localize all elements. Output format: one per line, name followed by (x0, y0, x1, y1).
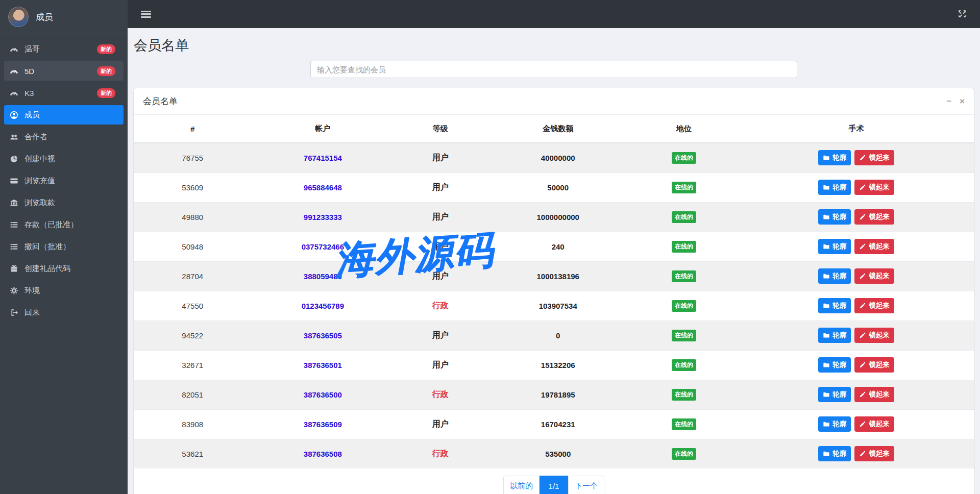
sidebar-item-存款（已批准）[interactable]: 存款（已批准） (4, 215, 124, 234)
lock-button[interactable]: 锁起来 (854, 298, 894, 313)
main-content: 会员名单 会员名单 − × # 帐户 等级 金钱数额 地位 手术 (128, 28, 980, 494)
table-row: 32671 387636501 用户 15132206 在线的 轮廓 锁起来 (134, 350, 974, 380)
list-icon (9, 242, 18, 251)
amount-value: 1000138196 (536, 272, 579, 281)
account-link[interactable]: 991233333 (304, 213, 342, 221)
fullscreen-expand-icon[interactable] (958, 9, 968, 19)
sidebar-item-创建中视[interactable]: 创建中视 (4, 149, 124, 168)
amount-value: 40000000 (541, 154, 575, 162)
pagination: 以前的 1/1 下一个 (134, 468, 974, 494)
account-link[interactable]: 387636500 (304, 390, 342, 399)
status-badge: 在线的 (672, 448, 696, 460)
sidebar-item-回来[interactable]: 回来 (4, 303, 124, 322)
minimize-icon[interactable]: − (946, 97, 951, 106)
level-label: 用户 (432, 153, 449, 162)
level-label: 用户 (432, 271, 449, 280)
sidebar-item-创建礼品代码[interactable]: 创建礼品代码 (4, 259, 124, 278)
lock-button[interactable]: 锁起来 (854, 180, 894, 195)
amount-value: 15132206 (541, 361, 575, 369)
profile-button[interactable]: 轮廓 (818, 209, 851, 225)
account-link[interactable]: 0123456789 (302, 302, 344, 310)
lock-button[interactable]: 锁起来 (854, 150, 894, 165)
level-label: 行政 (432, 301, 449, 310)
account-link[interactable]: 387636508 (304, 450, 342, 458)
lock-button[interactable]: 锁起来 (854, 239, 894, 254)
account-link[interactable]: 387636509 (304, 420, 342, 429)
credit-card-icon (9, 176, 18, 185)
sidebar-item-label: 5D (24, 67, 91, 76)
profile-button[interactable]: 轮廓 (818, 239, 851, 254)
cell-id: 76755 (134, 143, 251, 172)
profile-button[interactable]: 轮廓 (818, 416, 851, 432)
table-row: 53621 387636508 行政 535000 在线的 轮廓 锁起来 (134, 439, 974, 468)
user-circle-icon (9, 110, 18, 119)
sidebar-item-环境[interactable]: 环境 (4, 281, 124, 300)
sidebar-item-label: K3 (24, 89, 91, 97)
lock-button[interactable]: 锁起来 (854, 416, 894, 432)
sidebar-brand: 成员 (0, 0, 128, 34)
sidebar: 成员 温哥 新的 5D 新的 K3 新的 成员 合作者 创建中视 浏览充值 (0, 0, 128, 494)
level-label: 行政 (432, 449, 449, 458)
sidebar-nav: 温哥 新的 5D 新的 K3 新的 成员 合作者 创建中视 浏览充值 浏览取款 (0, 39, 128, 322)
col-header-id: # (134, 115, 251, 143)
account-link[interactable]: 965884648 (304, 183, 342, 192)
profile-button[interactable]: 轮廓 (818, 298, 851, 313)
status-badge: 在线的 (672, 418, 696, 430)
table-row: 49880 991233333 用户 1000000000 在线的 轮廓 锁起来 (134, 202, 974, 232)
pencil-icon (859, 273, 866, 280)
profile-button[interactable]: 轮廓 (818, 446, 851, 461)
amount-value: 103907534 (539, 302, 577, 310)
lock-button[interactable]: 锁起来 (854, 328, 894, 343)
level-label: 用户 (432, 183, 449, 191)
pencil-icon (859, 450, 866, 457)
hamburger-menu-icon[interactable] (141, 11, 151, 18)
new-badge: 新的 (97, 66, 115, 76)
sidebar-item-K3[interactable]: K3 新的 (4, 83, 124, 103)
sidebar-item-成员[interactable]: 成员 (4, 105, 124, 125)
cell-id: 83908 (134, 409, 251, 439)
folder-icon (823, 184, 830, 191)
member-search-input[interactable] (310, 61, 797, 78)
sign-out-icon (9, 308, 18, 317)
profile-button[interactable]: 轮廓 (818, 268, 851, 284)
table-row: 82051 387636500 行政 19781895 在线的 轮廓 锁起来 (134, 380, 974, 409)
lock-button[interactable]: 锁起来 (854, 209, 894, 225)
sidebar-item-合作者[interactable]: 合作者 (4, 127, 124, 146)
tachometer-icon (9, 44, 18, 54)
profile-button[interactable]: 轮廓 (818, 357, 851, 373)
user-avatar[interactable] (8, 7, 29, 27)
status-badge: 在线的 (672, 211, 696, 223)
sidebar-item-撤回（批准）[interactable]: 撤回（批准） (4, 237, 124, 256)
amount-value: 240 (552, 242, 565, 251)
sidebar-item-浏览充值[interactable]: 浏览充值 (4, 171, 124, 190)
folder-icon (823, 450, 830, 457)
sidebar-item-label: 存款（已批准） (24, 220, 118, 230)
sidebar-item-5D[interactable]: 5D 新的 (4, 61, 124, 81)
new-badge: 新的 (97, 88, 115, 98)
card-title: 会员名单 (143, 95, 178, 107)
lock-button[interactable]: 锁起来 (854, 268, 894, 284)
sidebar-item-label: 成员 (24, 110, 118, 120)
profile-button[interactable]: 轮廓 (818, 180, 851, 195)
sidebar-item-浏览取款[interactable]: 浏览取款 (4, 193, 124, 212)
close-icon[interactable]: × (960, 97, 965, 106)
lock-button[interactable]: 锁起来 (854, 357, 894, 373)
pagination-next-button[interactable]: 下一个 (568, 476, 604, 494)
lock-button[interactable]: 锁起来 (854, 446, 894, 461)
page-title: 会员名单 (134, 36, 980, 55)
account-link[interactable]: 387636501 (304, 361, 342, 369)
account-link[interactable]: 388059480 (304, 272, 342, 281)
account-link[interactable]: 0375732466 (302, 242, 344, 251)
sidebar-item-温哥[interactable]: 温哥 新的 (4, 39, 124, 59)
account-link[interactable]: 387636505 (304, 331, 342, 340)
profile-button[interactable]: 轮廓 (818, 387, 851, 402)
cell-id: 32671 (134, 350, 251, 380)
profile-button[interactable]: 轮廓 (818, 150, 851, 165)
pagination-prev-button[interactable]: 以前的 (503, 476, 540, 494)
profile-button[interactable]: 轮廓 (818, 328, 851, 343)
amount-value: 535000 (545, 450, 571, 458)
search-row (128, 61, 980, 78)
lock-button[interactable]: 锁起来 (854, 387, 894, 402)
folder-icon (823, 302, 830, 309)
account-link[interactable]: 767415154 (304, 154, 342, 162)
